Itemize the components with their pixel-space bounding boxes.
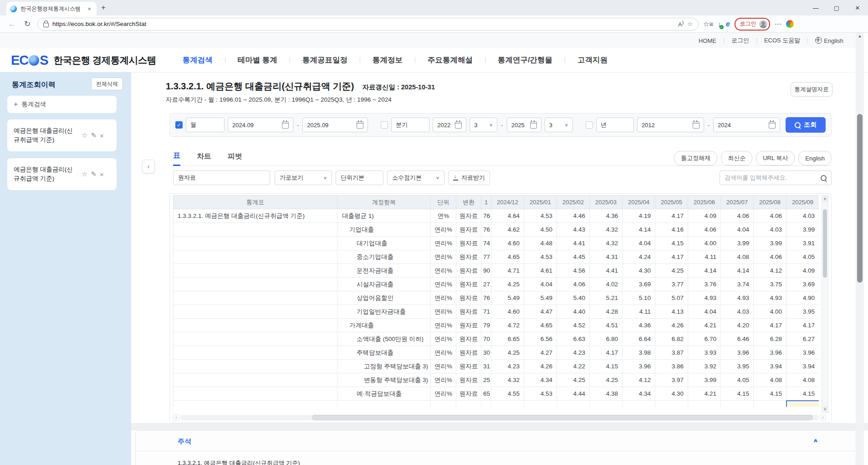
value-cell[interactable]: 4.09 <box>786 264 819 278</box>
value-cell[interactable]: 4.19 <box>623 209 655 223</box>
selected-cell[interactable] <box>786 401 819 407</box>
value-cell[interactable]: 3.99 <box>786 223 819 237</box>
value-cell[interactable]: 4.32 <box>590 223 623 237</box>
value-cell[interactable]: 6.56 <box>524 332 557 346</box>
value-cell[interactable] <box>688 401 721 407</box>
quarter-from-q-select[interactable]: 3∨ <box>470 118 497 132</box>
calendar-icon[interactable] <box>769 122 776 129</box>
value-cell[interactable]: 4.72 <box>491 319 524 332</box>
value-cell[interactable]: 4.15 <box>590 360 623 373</box>
value-cell[interactable]: 4.06 <box>721 209 754 223</box>
nav-item-statistics-search[interactable]: 통계검색 <box>183 55 213 65</box>
value-cell[interactable]: 3.98 <box>623 346 655 360</box>
calendar-icon[interactable] <box>357 122 363 129</box>
search-submit-button[interactable]: 조회 <box>786 117 826 133</box>
account-item-cell[interactable]: 주택담보대출 <box>337 346 431 360</box>
edit-pencil-icon[interactable]: ✎ <box>91 131 97 140</box>
unit-field[interactable]: 단위기본 <box>336 170 383 185</box>
value-cell[interactable]: 4.22 <box>557 360 590 373</box>
nav-item-customer-support[interactable]: 고객지원 <box>577 55 608 65</box>
clipped-value-cell[interactable]: 65 <box>481 387 491 401</box>
value-cell[interactable]: 6.80 <box>590 332 623 346</box>
value-cell[interactable]: 4.17 <box>655 209 688 223</box>
value-cell[interactable]: 4.08 <box>721 250 754 264</box>
value-cell[interactable]: 4.32 <box>491 373 524 387</box>
value-cell[interactable]: 4.60 <box>491 305 524 319</box>
value-cell[interactable]: 4.05 <box>786 250 819 264</box>
browser-profile-chip[interactable]: 로그인 <box>735 18 770 31</box>
window-minimize-button[interactable]: — <box>805 0 826 16</box>
unit-cell[interactable]: 연리% <box>431 332 456 346</box>
value-cell[interactable]: 4.15 <box>721 387 754 401</box>
value-cell[interactable]: 4.06 <box>557 278 590 291</box>
transform-cell[interactable]: 원자료 <box>456 237 481 250</box>
value-cell[interactable]: 3.99 <box>754 237 786 250</box>
unit-cell[interactable]: 연리% <box>431 250 456 264</box>
value-cell[interactable]: 4.36 <box>623 319 655 332</box>
window-close-button[interactable]: ✕ <box>847 0 868 16</box>
value-cell[interactable]: 4.17 <box>754 319 786 332</box>
value-cell[interactable] <box>590 401 623 407</box>
value-cell[interactable]: 3.77 <box>655 278 688 291</box>
transform-cell[interactable]: 원자료 <box>456 387 481 401</box>
window-maximize-button[interactable]: ▢ <box>826 0 847 16</box>
value-cell[interactable]: 4.14 <box>688 264 721 278</box>
transform-cell[interactable]: 원자료 <box>456 209 481 223</box>
value-cell[interactable]: 4.31 <box>590 250 623 264</box>
year-from-input[interactable]: 2012 <box>637 118 704 132</box>
month-label-field[interactable]: 월 <box>186 118 225 132</box>
calendar-icon[interactable] <box>455 122 462 129</box>
transform-cell[interactable]: 원자료 <box>456 346 481 360</box>
url-copy-button[interactable]: URL 복사 <box>756 151 795 165</box>
value-cell[interactable]: 3.96 <box>786 346 819 360</box>
unit-cell[interactable]: 연리% <box>431 237 456 250</box>
value-cell[interactable]: 4.61 <box>524 264 557 278</box>
value-cell[interactable]: 4.09 <box>688 209 721 223</box>
unit-cell[interactable]: 연리% <box>431 319 456 332</box>
value-cell[interactable]: 4.41 <box>557 237 590 250</box>
nav-item-theme-statistics[interactable]: 테마별 통계 <box>238 55 277 65</box>
url-text[interactable]: https://ecos.bok.or.kr/#/SearchStat <box>52 21 674 27</box>
value-cell[interactable]: 4.24 <box>623 250 655 264</box>
value-cell[interactable]: 3.74 <box>721 278 754 291</box>
value-cell[interactable] <box>524 401 557 407</box>
english-button[interactable]: English <box>798 151 832 165</box>
new-tab-button[interactable]: + <box>101 3 106 12</box>
account-item-cell[interactable]: 변동형 주택담보대출 3) <box>337 373 431 387</box>
value-cell[interactable]: 4.13 <box>655 305 688 319</box>
clipped-value-cell[interactable]: 30 <box>481 346 491 360</box>
value-cell[interactable]: 3.97 <box>655 373 688 387</box>
stat-name-cell[interactable] <box>174 291 337 305</box>
value-cell[interactable]: 4.48 <box>524 237 557 250</box>
page-scroll-thumb[interactable] <box>857 114 863 283</box>
transform-cell[interactable]: 원자료 <box>456 278 481 291</box>
value-cell[interactable] <box>174 401 337 407</box>
year-to-input[interactable]: 2024 <box>713 118 780 132</box>
value-cell[interactable]: 4.38 <box>590 387 623 401</box>
value-cell[interactable]: 4.03 <box>786 209 819 223</box>
value-cell[interactable]: 4.90 <box>786 291 819 305</box>
table-vertical-scrollbar[interactable]: ∧ ∨ <box>822 195 828 413</box>
value-cell[interactable]: 6.64 <box>623 332 655 346</box>
value-cell[interactable]: 4.26 <box>655 319 688 332</box>
value-cell[interactable]: 4.08 <box>786 373 819 387</box>
stat-name-cell[interactable] <box>174 373 337 387</box>
value-cell[interactable]: 4.43 <box>557 223 590 237</box>
value-cell[interactable]: 4.06 <box>754 250 786 264</box>
value-cell[interactable] <box>557 401 590 407</box>
value-cell[interactable]: 4.03 <box>721 305 754 319</box>
value-cell[interactable]: 4.11 <box>688 250 721 264</box>
transform-cell[interactable]: 원자료 <box>456 305 481 319</box>
clipped-value-cell[interactable]: 70 <box>481 332 491 346</box>
value-cell[interactable]: 4.60 <box>491 237 524 250</box>
account-item-cell[interactable]: 기업대출 <box>337 223 431 237</box>
transform-cell[interactable]: 원자료 <box>456 373 481 387</box>
value-cell[interactable]: 5.21 <box>590 291 623 305</box>
value-cell[interactable]: 3.94 <box>754 360 786 373</box>
value-cell[interactable]: 4.64 <box>491 209 524 223</box>
value-cell[interactable]: 5.07 <box>655 291 688 305</box>
account-item-cell[interactable]: 시설자금대출 <box>337 278 431 291</box>
clipped-value-cell[interactable]: 76 <box>481 223 491 237</box>
favorites-bar-icon[interactable]: ☆≡ <box>703 20 713 28</box>
scroll-right-icon[interactable]: › <box>820 414 826 421</box>
